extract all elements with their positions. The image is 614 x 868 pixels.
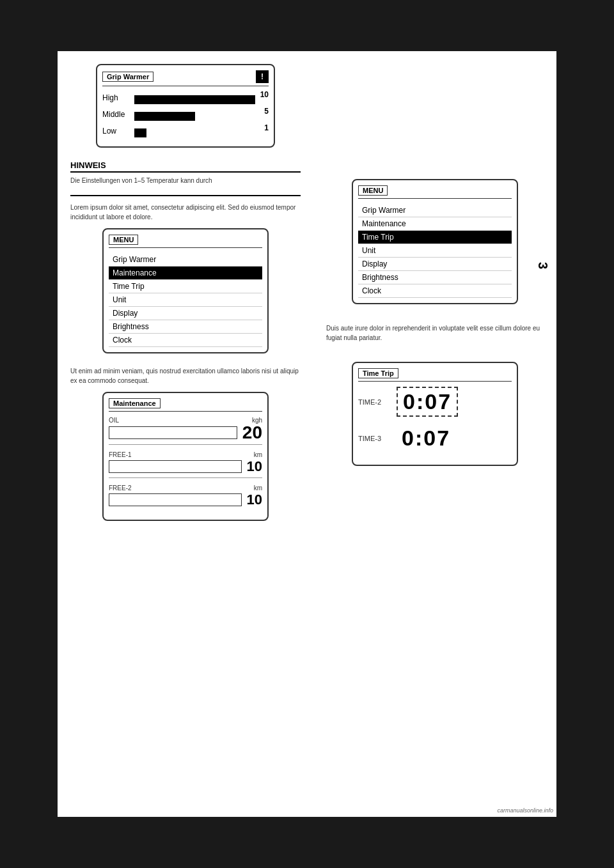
menu-item-tt-time-trip[interactable]: Time Trip — [358, 231, 512, 244]
separator — [70, 195, 301, 196]
maint-bar-oil — [109, 426, 237, 439]
screen-header: Grip Warmer ! — [102, 70, 269, 86]
page-number: 3 — [535, 262, 550, 269]
maint-title: Maintenance — [109, 398, 161, 408]
maint-row-oil: OILkgh20 — [109, 417, 262, 445]
right-menu-title: MENU — [358, 185, 388, 196]
menu-item-brightness[interactable]: Brightness — [109, 320, 262, 334]
time-trip-detail-screen: Time Trip TIME-20:07TIME-30:07 — [352, 362, 518, 466]
grip-warmer-screen: Grip Warmer ! High 10 Middle 5 — [96, 64, 275, 148]
hinweis-text: Die Einstellungen von 1–5 Temperatur kan… — [70, 176, 301, 185]
time-label: TIME-2 — [358, 398, 397, 406]
low-label: Low — [102, 127, 134, 136]
left-column: Grip Warmer ! High 10 Middle 5 — [58, 51, 313, 817]
menu-item-tt-display[interactable]: Display — [358, 258, 512, 271]
time-trip-rows: TIME-20:07TIME-30:07 — [358, 387, 512, 452]
middle-level-row: Middle 5 — [102, 108, 269, 121]
watermark: carmanualsonline.info — [497, 807, 553, 814]
maint-row-free-1: FREE-1km10 — [109, 451, 262, 478]
maint-value-oil: 20 — [242, 424, 262, 442]
time-row-time3: TIME-30:07 — [358, 424, 512, 452]
menu-timetrip-list: Grip WarmerMaintenanceTime TripUnitDispl… — [358, 204, 512, 298]
menu-item-tt-brightness[interactable]: Brightness — [358, 271, 512, 284]
right-margin — [556, 0, 614, 868]
content-area: Grip Warmer ! High 10 Middle 5 — [58, 51, 556, 817]
low-level-row: Low 1 — [102, 125, 269, 137]
middle-bar — [134, 112, 195, 121]
time-value: 0:07 — [397, 387, 458, 417]
maintenance-detail-screen: Maintenance OILkgh20FREE-1km10FREE-2km10 — [102, 392, 269, 521]
time-label: TIME-3 — [358, 435, 397, 442]
time-row-time2: TIME-20:07 — [358, 387, 512, 417]
warning-icon: ! — [256, 70, 269, 83]
left-margin — [0, 0, 58, 868]
menu-title: MENU — [109, 235, 138, 245]
middle-value: 5 — [264, 107, 269, 116]
top-margin — [0, 0, 614, 51]
menu-header: MENU — [109, 235, 262, 248]
maint-row-free-2: FREE-2km10 — [109, 484, 262, 508]
maint-bar-free-2 — [109, 493, 242, 506]
right-body-text: Duis aute irure dolor in reprehenderit i… — [326, 323, 544, 343]
middle-bar-container: 5 — [134, 108, 269, 121]
low-bar-container: 1 — [134, 125, 269, 137]
maint-label-oil: OIL — [109, 417, 119, 424]
middle-label: Middle — [102, 110, 134, 119]
right-column: MENU Grip WarmerMaintenanceTime TripUnit… — [313, 51, 556, 817]
maint-value-free-2: 10 — [247, 492, 262, 508]
maint-label-free-1: FREE-1 — [109, 451, 132, 458]
menu-item-time-trip[interactable]: Time Trip — [109, 280, 262, 293]
menu-item-grip-warmer[interactable]: Grip Warmer — [109, 253, 262, 267]
menu-item-unit[interactable]: Unit — [109, 293, 262, 307]
menu-maintenance-screen: MENU Grip WarmerMaintenanceTime TripUnit… — [102, 228, 269, 353]
menu-item-tt-maintenance[interactable]: Maintenance — [358, 217, 512, 231]
maint-unit-free-1: km — [254, 451, 262, 458]
maint-header: Maintenance — [109, 398, 262, 412]
maintenance-rows: OILkgh20FREE-1km10FREE-2km10 — [109, 417, 262, 508]
right-menu-header: MENU — [358, 185, 512, 199]
menu-item-tt-grip-warmer[interactable]: Grip Warmer — [358, 204, 512, 217]
menu-item-display[interactable]: Display — [109, 307, 262, 320]
maint-label-free-2: FREE-2 — [109, 484, 132, 492]
maint-unit-free-2: km — [254, 484, 262, 492]
low-bar — [134, 128, 146, 137]
hinweis-section: HINWEIS Die Einstellungen von 1–5 Temper… — [70, 160, 301, 185]
high-label: High — [102, 93, 134, 102]
menu-item-tt-unit[interactable]: Unit — [358, 244, 512, 258]
menu-maintenance-list: Grip WarmerMaintenanceTime TripUnitDispl… — [109, 253, 262, 347]
body-text-2: Ut enim ad minim veniam, quis nostrud ex… — [70, 366, 301, 385]
time-trip-title: Time Trip — [358, 368, 398, 378]
high-bar-container: 10 — [134, 91, 269, 104]
high-bar — [134, 95, 255, 104]
menu-item-clock[interactable]: Clock — [109, 334, 262, 347]
time-value: 0:07 — [397, 424, 455, 452]
menu-item-maintenance[interactable]: Maintenance — [109, 267, 262, 280]
high-value: 10 — [260, 90, 269, 99]
maint-bar-free-1 — [109, 460, 242, 473]
menu-timetrip-screen: MENU Grip WarmerMaintenanceTime TripUnit… — [352, 179, 518, 304]
grip-warmer-title: Grip Warmer — [102, 72, 154, 82]
body-text-1: Lorem ipsum dolor sit amet, consectetur … — [70, 203, 301, 222]
menu-item-tt-clock[interactable]: Clock — [358, 284, 512, 298]
maint-value-free-1: 10 — [247, 458, 262, 475]
bottom-margin — [0, 817, 614, 868]
hinweis-title: HINWEIS — [70, 160, 301, 173]
time-trip-header: Time Trip — [358, 368, 512, 382]
high-level-row: High 10 — [102, 91, 269, 104]
low-value: 1 — [264, 123, 269, 132]
